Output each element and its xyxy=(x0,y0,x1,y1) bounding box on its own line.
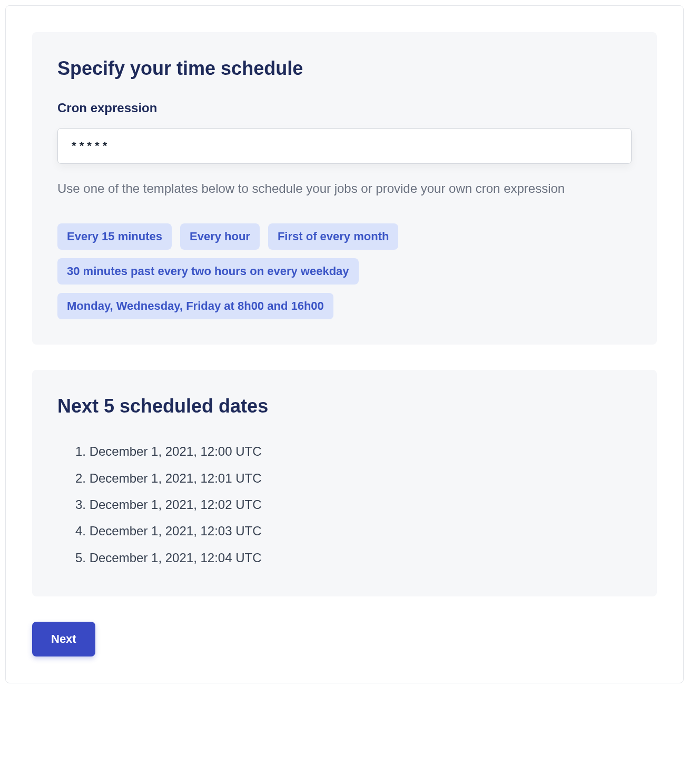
scheduled-dates-title: Next 5 scheduled dates xyxy=(57,395,632,417)
template-pill-30-min-past-two-hours-weekday[interactable]: 30 minutes past every two hours on every… xyxy=(57,258,359,285)
scheduled-dates-panel: Next 5 scheduled dates 1. December 1, 20… xyxy=(32,370,657,596)
page-container: Specify your time schedule Cron expressi… xyxy=(0,0,689,689)
list-item: 2. December 1, 2021, 12:01 UTC xyxy=(75,465,632,492)
template-pill-every-hour[interactable]: Every hour xyxy=(180,223,260,250)
list-item: 1. December 1, 2021, 12:00 UTC xyxy=(75,438,632,465)
list-item: 4. December 1, 2021, 12:03 UTC xyxy=(75,518,632,544)
scheduled-dates-list: 1. December 1, 2021, 12:00 UTC 2. Decemb… xyxy=(57,438,632,571)
scheduled-date-value: December 1, 2021, 12:01 UTC xyxy=(90,471,262,485)
scheduled-date-value: December 1, 2021, 12:00 UTC xyxy=(90,444,262,458)
template-pill-every-15-minutes[interactable]: Every 15 minutes xyxy=(57,223,172,250)
cron-expression-input[interactable] xyxy=(57,128,632,164)
next-button[interactable]: Next xyxy=(32,622,95,656)
card: Specify your time schedule Cron expressi… xyxy=(5,5,684,683)
list-item: 5. December 1, 2021, 12:04 UTC xyxy=(75,545,632,571)
list-item: 3. December 1, 2021, 12:02 UTC xyxy=(75,492,632,518)
template-pill-mwf-8-16[interactable]: Monday, Wednesday, Friday at 8h00 and 16… xyxy=(57,293,333,319)
template-pill-row: Every 15 minutes Every hour First of eve… xyxy=(57,223,632,319)
schedule-panel: Specify your time schedule Cron expressi… xyxy=(32,32,657,345)
cron-helper-text: Use one of the templates below to schedu… xyxy=(57,179,632,198)
scheduled-date-value: December 1, 2021, 12:04 UTC xyxy=(90,551,262,565)
scheduled-date-value: December 1, 2021, 12:03 UTC xyxy=(90,524,262,538)
schedule-panel-title: Specify your time schedule xyxy=(57,57,632,80)
template-pill-first-of-every-month[interactable]: First of every month xyxy=(268,223,398,250)
cron-expression-label: Cron expression xyxy=(57,101,632,115)
scheduled-date-value: December 1, 2021, 12:02 UTC xyxy=(90,497,262,512)
